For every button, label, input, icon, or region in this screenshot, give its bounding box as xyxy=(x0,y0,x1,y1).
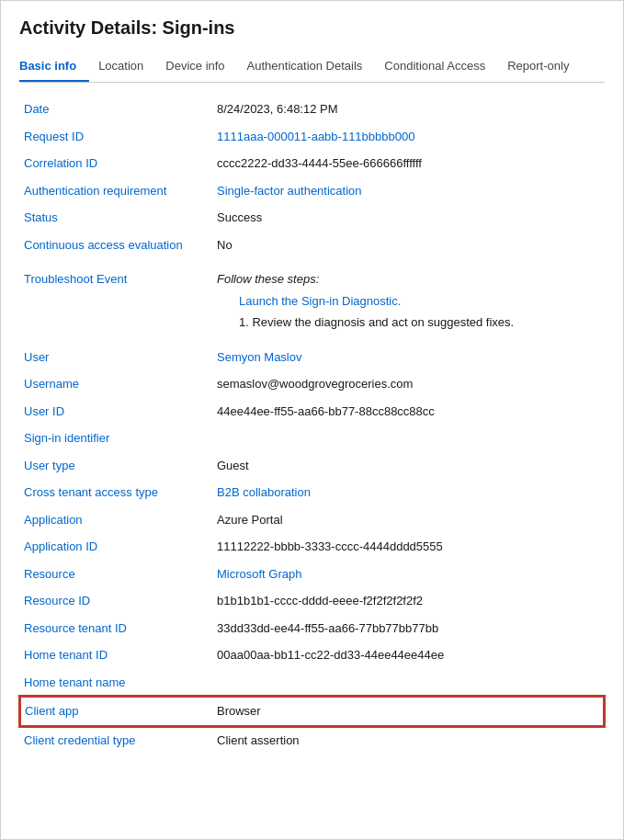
tab-report-only[interactable]: Report-only xyxy=(507,51,582,82)
table-row: Sign-in identifier xyxy=(20,425,604,452)
follow-steps-text: Follow these steps: xyxy=(217,270,600,289)
table-row: Authentication requirement Single-factor… xyxy=(20,177,604,205)
field-label-status: Status xyxy=(20,204,213,232)
field-label-resource-tenant-id: Resource tenant ID xyxy=(20,615,213,642)
field-label-user: User xyxy=(20,344,213,371)
troubleshoot-block: Follow these steps: Launch the Sign-in D… xyxy=(217,270,600,332)
table-row: User type Guest xyxy=(20,452,604,480)
field-label-home-tenant-name: Home tenant name xyxy=(20,669,213,698)
table-row: Client credential type Client assertion xyxy=(20,726,604,755)
field-value-client-cred-type: Client assertion xyxy=(213,726,604,755)
table-row: Request ID 1111aaa-000011-aabb-111bbbbb0… xyxy=(20,123,604,151)
field-label-signin-id: Sign-in identifier xyxy=(20,425,213,452)
field-value-status: Success xyxy=(213,204,604,232)
fields-table: Date 8/24/2023, 6:48:12 PM Request ID 11… xyxy=(19,96,605,754)
activity-details-panel: Activity Details: Sign-ins Basic info Lo… xyxy=(0,0,624,840)
launch-diagnostic-link[interactable]: Launch the Sign-in Diagnostic. xyxy=(217,292,600,311)
spacer-row xyxy=(20,258,604,266)
field-label-application: Application xyxy=(20,506,213,534)
field-label-client-app: Client app xyxy=(20,697,213,726)
field-label-user-id: User ID xyxy=(20,398,213,426)
tab-conditional-access[interactable]: Conditional Access xyxy=(384,51,498,82)
field-label-app-id: Application ID xyxy=(20,533,213,561)
tab-authentication-details[interactable]: Authentication Details xyxy=(247,51,376,82)
field-value-user-type: Guest xyxy=(213,452,604,480)
table-row: User Semyon Maslov xyxy=(20,344,604,371)
table-row: Resource tenant ID 33dd33dd-ee44-ff55-aa… xyxy=(20,615,604,642)
field-label-username: Username xyxy=(20,370,213,398)
field-value-date: 8/24/2023, 6:48:12 PM xyxy=(213,96,604,123)
field-label-client-cred-type: Client credential type xyxy=(20,726,213,755)
field-value-app-id: 11112222-bbbb-3333-cccc-4444dddd5555 xyxy=(213,533,604,561)
field-value-home-tenant-name xyxy=(213,669,604,698)
page-title: Activity Details: Sign-ins xyxy=(19,17,605,39)
field-label-resource-id: Resource ID xyxy=(20,587,213,615)
field-value-resource-id: b1b1b1b1-cccc-dddd-eeee-f2f2f2f2f2f2 xyxy=(213,587,604,615)
field-label-troubleshoot: Troubleshoot Event xyxy=(20,266,213,336)
review-text: 1. Review the diagnosis and act on sugge… xyxy=(217,313,600,332)
table-row: Continuous access evaluation No xyxy=(20,232,604,259)
table-row-troubleshoot: Troubleshoot Event Follow these steps: L… xyxy=(20,266,604,336)
field-value-request-id[interactable]: 1111aaa-000011-aabb-111bbbbb000 xyxy=(213,123,604,151)
field-value-troubleshoot: Follow these steps: Launch the Sign-in D… xyxy=(213,266,604,336)
table-row: Home tenant ID 00aa00aa-bb11-cc22-dd33-4… xyxy=(20,641,604,669)
table-row: Application ID 11112222-bbbb-3333-cccc-4… xyxy=(20,533,604,561)
field-value-cae: No xyxy=(213,232,604,259)
tab-device-info[interactable]: Device info xyxy=(165,51,237,82)
field-value-resource-tenant-id: 33dd33dd-ee44-ff55-aa66-77bb77bb77bb xyxy=(213,615,604,642)
field-value-resource[interactable]: Microsoft Graph xyxy=(213,561,604,588)
field-value-user-id: 44ee44ee-ff55-aa66-bb77-88cc88cc88cc xyxy=(213,398,604,426)
field-value-cross-tenant[interactable]: B2B collaboration xyxy=(213,479,604,506)
table-row: User ID 44ee44ee-ff55-aa66-bb77-88cc88cc… xyxy=(20,398,604,426)
field-value-application: Azure Portal xyxy=(213,506,604,534)
tab-bar: Basic info Location Device info Authenti… xyxy=(19,51,605,83)
table-row: Date 8/24/2023, 6:48:12 PM xyxy=(20,96,604,123)
field-label-cross-tenant: Cross tenant access type xyxy=(20,479,213,506)
field-label-resource: Resource xyxy=(20,561,213,588)
field-value-username: semaslov@woodgrovegroceries.com xyxy=(213,370,604,398)
field-label-user-type: User type xyxy=(20,452,213,480)
field-value-auth-req[interactable]: Single-factor authentication xyxy=(213,177,604,205)
field-value-user[interactable]: Semyon Maslov xyxy=(213,344,604,371)
field-label-home-tenant-id: Home tenant ID xyxy=(20,641,213,669)
spacer-row xyxy=(20,336,604,344)
field-label-auth-req: Authentication requirement xyxy=(20,177,213,205)
field-label-date: Date xyxy=(20,96,213,123)
field-label-cae: Continuous access evaluation xyxy=(20,232,213,259)
table-row: Application Azure Portal xyxy=(20,506,604,534)
tab-basic-info[interactable]: Basic info xyxy=(19,51,89,82)
table-row: Correlation ID cccc2222-dd33-4444-55ee-6… xyxy=(20,150,604,177)
table-row-client-app: Client app Browser xyxy=(20,697,604,726)
table-row: Resource Microsoft Graph xyxy=(20,561,604,588)
field-value-home-tenant-id: 00aa00aa-bb11-cc22-dd33-44ee44ee44ee xyxy=(213,641,604,669)
table-row: Resource ID b1b1b1b1-cccc-dddd-eeee-f2f2… xyxy=(20,587,604,615)
table-row: Cross tenant access type B2B collaborati… xyxy=(20,479,604,506)
table-row: Status Success xyxy=(20,204,604,232)
field-label-correlation-id: Correlation ID xyxy=(20,150,213,177)
table-row: Username semaslov@woodgrovegroceries.com xyxy=(20,370,604,398)
field-value-signin-id xyxy=(213,425,604,452)
tab-location[interactable]: Location xyxy=(98,51,156,82)
table-row: Home tenant name xyxy=(20,669,604,698)
field-value-client-app: Browser xyxy=(213,697,604,726)
field-value-correlation-id: cccc2222-dd33-4444-55ee-666666ffffff xyxy=(213,150,604,177)
field-label-request-id: Request ID xyxy=(20,123,213,151)
